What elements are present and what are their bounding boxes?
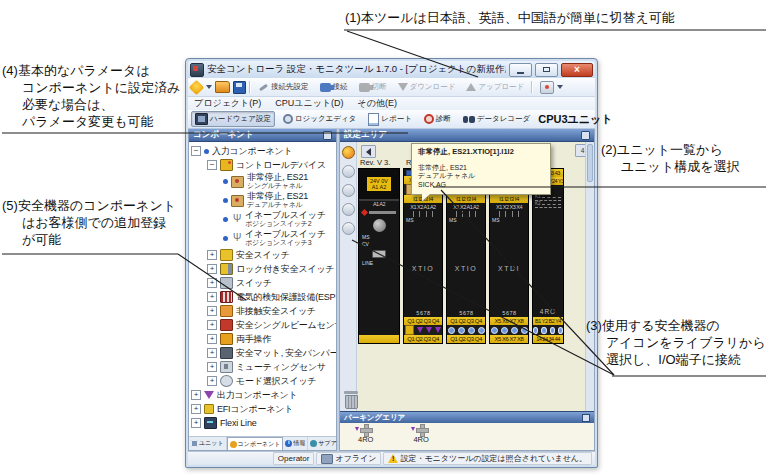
tree-item-control-device[interactable]: コントロールデバイス — [189, 158, 336, 172]
terminal-dot[interactable] — [533, 327, 538, 334]
led-row — [533, 325, 563, 335]
tree-item-switch[interactable]: スイッチ — [189, 276, 336, 290]
expand-icon[interactable] — [191, 404, 201, 414]
tree-item-safety-mat[interactable]: 安全マット, 安全バンパー — [189, 346, 336, 360]
disconnect-button[interactable]: 切断 — [355, 80, 391, 94]
flexi-line-icon — [204, 417, 217, 429]
terminal-dot[interactable] — [511, 327, 518, 334]
pin-icon[interactable] — [581, 131, 590, 140]
menu-others[interactable]: その他(E) — [358, 97, 397, 110]
terminal-dot[interactable] — [458, 327, 465, 334]
logic-editor-button[interactable]: ロジックエディタ — [279, 112, 360, 126]
tree-item-mode-select[interactable]: モード選択スイッチ — [189, 374, 336, 388]
data-recorder-button[interactable]: データレコーダ — [459, 112, 534, 126]
callout-4-line2: コンポーネントに設定済み — [2, 79, 180, 96]
parked-module-item[interactable]: 4RO — [413, 424, 428, 450]
output-component-icon[interactable] — [405, 325, 414, 335]
tree-item-safety-switch[interactable]: 安全スイッチ — [189, 248, 336, 262]
report-button[interactable]: レポート — [364, 111, 416, 128]
tree-item-input-components[interactable]: 入力コンポーネント — [189, 144, 336, 158]
tree-item-locked-safety-switch[interactable]: ロック付き安全スイッチ — [189, 262, 336, 276]
configuration-canvas[interactable]: 1 2 3 4 Rev. V 3. Rev. 24V 0V A1 A2 — [340, 142, 594, 411]
callout-3-line2: アイコンをライブラリから — [586, 334, 766, 351]
expand-icon[interactable] — [207, 264, 217, 274]
tree-item-muting-sensor[interactable]: ミューティングセンサ — [189, 360, 336, 374]
new-project-icon[interactable] — [189, 79, 205, 95]
zoom-fit-icon[interactable] — [342, 222, 355, 235]
upload-button[interactable]: アップロード — [462, 80, 528, 94]
expand-icon[interactable] — [207, 250, 217, 260]
expand-icon[interactable] — [207, 376, 217, 386]
language-switch-button[interactable] — [536, 79, 567, 96]
tree-item-beam-sensor[interactable]: 安全シングルビームセンサ — [189, 318, 336, 332]
tree-item-estop-dual[interactable]: 非常停止, ES21デュアルチャネル — [189, 191, 336, 210]
terminal-dot[interactable] — [448, 327, 455, 334]
beam-sensor-icon — [220, 319, 233, 331]
open-project-icon[interactable] — [215, 81, 230, 93]
terminal-dot[interactable] — [558, 327, 563, 334]
terminal-dot[interactable] — [550, 327, 555, 334]
new-project-dropdown-icon[interactable] — [206, 85, 212, 89]
scrollbar-thumb[interactable] — [587, 144, 593, 182]
terminal-dot[interactable] — [521, 327, 528, 334]
tree-item-enable-switch-3[interactable]: イネーブルスイッチポジションスイッチ3 — [189, 229, 336, 248]
tree-item-estop-single[interactable]: 非常停止, ES21シングルチャネル — [189, 172, 336, 191]
tab-unit[interactable]: ユニット — [189, 437, 227, 450]
collapse-icon[interactable] — [191, 146, 201, 156]
settings-gears-icon[interactable] — [342, 146, 355, 159]
parked-module-item[interactable]: 4RO — [358, 424, 373, 450]
trash-icon[interactable] — [344, 391, 358, 407]
save-icon[interactable] — [233, 81, 246, 94]
expand-icon[interactable] — [207, 348, 217, 358]
diagnosis-button[interactable]: 診断 — [420, 112, 455, 126]
tree-item-enable-switch-2[interactable]: イネーブルスイッチポジションスイッチ2 — [189, 210, 336, 229]
parking-area-header: パーキングエリア — [340, 411, 594, 423]
tree-item-espe[interactable]: 電気的検知保護設備(ESPE) — [189, 290, 336, 304]
tree-label: スイッチ — [236, 279, 272, 288]
expand-icon[interactable] — [207, 362, 217, 372]
cpu-module[interactable]: 24V 0V A1 A2 A1 A2 MS CV LINE — [358, 168, 400, 344]
connection-settings-button[interactable]: 接続先設定 — [254, 80, 313, 95]
pin-icon[interactable] — [323, 131, 332, 140]
expand-icon[interactable] — [191, 418, 201, 428]
toolbar-separator — [249, 81, 251, 93]
tree-item-efi-components[interactable]: EFIコンポーネント — [189, 402, 336, 416]
terminal-dot[interactable] — [468, 327, 475, 334]
zoom-in-icon[interactable] — [342, 184, 355, 197]
tab-info[interactable]: 情報 — [283, 437, 308, 450]
collapse-icon[interactable] — [207, 160, 217, 170]
collapse-icon[interactable] — [582, 414, 590, 422]
expand-icon[interactable] — [207, 292, 217, 302]
maximize-button[interactable] — [535, 63, 558, 77]
terminal-dot[interactable] — [541, 327, 546, 334]
expand-icon[interactable] — [207, 306, 217, 316]
usb-port — [372, 250, 386, 258]
connect-button[interactable]: 接続 — [316, 80, 352, 94]
download-button[interactable]: ダウンロード — [394, 80, 460, 94]
parking-area[interactable]: 4RO 4RO — [340, 423, 594, 450]
menu-project[interactable]: プロジェクト(P) — [194, 97, 261, 110]
expand-icon[interactable] — [207, 334, 217, 344]
terminal-dot[interactable] — [501, 327, 508, 334]
refresh-icon[interactable] — [342, 165, 355, 178]
tooltip-line: SICK AG — [418, 181, 544, 190]
menu-cpu-unit[interactable]: CPUユニット(D) — [275, 97, 343, 110]
terminal-dot[interactable] — [491, 327, 498, 334]
tree-item-two-hand[interactable]: 両手操作 — [189, 332, 336, 346]
terminal-dot[interactable] — [478, 327, 485, 334]
minimize-button[interactable] — [509, 63, 532, 77]
tree-item-flexi-line[interactable]: Flexi Line — [189, 416, 336, 430]
terminal-strip: X5 X6 X7 X8 — [490, 335, 528, 343]
tab-component[interactable]: コンポーネント — [227, 437, 284, 450]
zoom-out-icon[interactable] — [342, 203, 355, 216]
title-bar[interactable]: 安全コントローラ 設定・モニタツール 1.7.0 - [プロジェクトの新規作成]… — [188, 61, 595, 78]
expand-icon[interactable] — [207, 278, 217, 288]
canvas-vertical-scrollbar[interactable] — [585, 142, 594, 411]
close-button[interactable] — [561, 63, 593, 77]
unit-list-start-icon[interactable] — [361, 145, 376, 158]
tree-item-output-components[interactable]: 出力コンポーネント — [189, 388, 336, 402]
tree-item-noncontact-switch[interactable]: 非接触安全スイッチ — [189, 304, 336, 318]
expand-icon[interactable] — [207, 320, 217, 330]
hardware-config-button[interactable]: ハードウェア設定 — [191, 111, 275, 127]
expand-icon[interactable] — [191, 390, 201, 400]
